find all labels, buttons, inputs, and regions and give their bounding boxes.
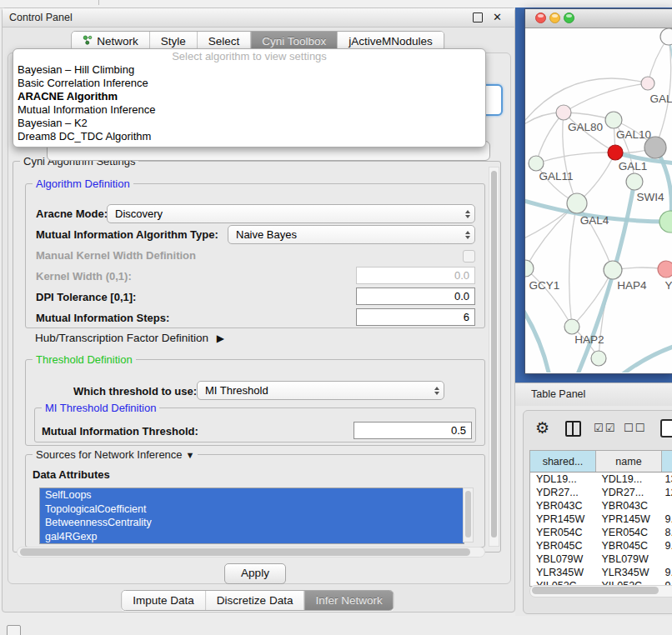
mi-algorithm-type-select[interactable]: Naive Bayes xyxy=(228,225,475,244)
table-row[interactable]: YBR045CYBR045C9. xyxy=(530,539,672,552)
dpi-tolerance-field[interactable]: 0.0 xyxy=(356,288,475,305)
table-cell: 9. xyxy=(662,512,672,526)
minimize-traffic-light-icon[interactable] xyxy=(549,12,560,23)
control-panel-titlebar[interactable]: Control Panel ✕ xyxy=(3,8,514,28)
sources-group-title[interactable]: Sources for Network Inference▼ xyxy=(33,448,198,462)
table-cell: YBR043C xyxy=(596,499,662,512)
algorithm-option-dream8-dc-tdc-algorithm[interactable]: Dream8 DC_TDC Algorithm xyxy=(13,130,485,143)
table-panel-titlebar[interactable]: Table Panel xyxy=(515,382,672,407)
network-node-SWI4b[interactable] xyxy=(659,211,672,232)
network-node-gal10[interactable] xyxy=(605,112,622,128)
network-node-gal[interactable] xyxy=(641,77,654,90)
attribute-item-betweennesscentrality[interactable]: BetweennessCentrality xyxy=(40,516,464,530)
table-cell: YDR27... xyxy=(530,486,596,499)
which-threshold-select[interactable]: MI Threshold xyxy=(197,381,444,400)
select-all-columns-icon[interactable]: ☑☑ xyxy=(594,422,616,434)
node-label-gcy1: GCY1 xyxy=(529,279,560,292)
data-attributes-list[interactable]: SelfLoopsTopologicalCoefficientBetweenne… xyxy=(39,488,464,544)
settings-horizontal-scrollbar[interactable] xyxy=(17,547,485,558)
bottom-tab-impute-data[interactable]: Impute Data xyxy=(122,591,206,610)
algorithm-option-bayesian-hill-climbing[interactable]: Bayesian – Hill Climbing xyxy=(13,63,485,77)
zoom-traffic-light-icon[interactable] xyxy=(564,12,574,23)
network-node-gal4[interactable] xyxy=(567,193,587,213)
table-cell: YLR345W xyxy=(530,566,596,579)
algorithm-option-bayesian-k2[interactable]: Bayesian – K2 xyxy=(13,117,485,130)
expanded-arrow-icon: ▼ xyxy=(186,450,195,460)
column-header-shared-[interactable]: shared... xyxy=(530,451,596,472)
network-window[interactable]: GALGAL80GAL10GAL1GAL11SWI4GAL4GCY1HAP4YH… xyxy=(524,8,672,374)
sources-group: Sources for Network Inference▼ Data Attr… xyxy=(25,454,485,548)
settings-vertical-scrollbar[interactable] xyxy=(489,167,499,547)
kernel-width-field[interactable]: 0.0 xyxy=(356,267,475,284)
network-node-hap4[interactable] xyxy=(604,261,622,279)
algorithm-option-aracne-algorithm[interactable]: ARACNE Algorithm xyxy=(13,90,485,103)
mi-threshold-group-title: MI Threshold Definition xyxy=(42,402,159,414)
table-cell: YBR043C xyxy=(530,499,596,512)
columns-icon[interactable] xyxy=(565,421,581,437)
table-cell: YPR145W xyxy=(530,512,596,526)
network-window-titlebar[interactable] xyxy=(525,9,672,28)
close-traffic-light-icon[interactable] xyxy=(535,12,546,23)
scrollbar-thumb[interactable] xyxy=(465,491,471,538)
aracne-mode-select[interactable]: Discovery xyxy=(107,204,475,223)
table-cell: YBR045C xyxy=(530,539,596,552)
network-edge xyxy=(564,83,648,112)
network-node-gal80[interactable] xyxy=(556,105,571,120)
table-cell: 9. xyxy=(662,566,672,579)
mi-steps-field[interactable]: 6 xyxy=(356,308,475,326)
column-header-name[interactable]: name xyxy=(596,451,662,472)
table-row[interactable]: YER054CYER054C8. xyxy=(530,526,672,539)
scrollbar-thumb[interactable] xyxy=(20,548,470,556)
close-panel-icon[interactable]: ✕ xyxy=(493,11,502,24)
algorithm-option-basic-correlation-inference[interactable]: Basic Correlation Inference xyxy=(13,77,485,90)
attribute-item-gal4rgexp[interactable]: gal4RGexp xyxy=(40,530,464,544)
float-window-icon[interactable] xyxy=(473,12,483,22)
apply-button[interactable]: Apply xyxy=(224,563,286,584)
mi-threshold-field[interactable]: 0.5 xyxy=(354,422,472,439)
algorithm-option-mutual-information-inference[interactable]: Mutual Information Inference xyxy=(13,103,485,117)
manual-kernel-checkbox[interactable] xyxy=(463,250,475,262)
table-row[interactable]: YDL19...YDL19...13 xyxy=(530,472,672,487)
deselect-all-columns-icon[interactable]: ☐☐ xyxy=(624,422,646,434)
bottom-tab-infer-network[interactable]: Infer Network xyxy=(304,591,393,610)
bottom-tab-discretize-data[interactable]: Discretize Data xyxy=(206,591,305,610)
network-node-y[interactable] xyxy=(658,261,672,278)
table-cell: YPR145W xyxy=(596,512,662,526)
node-table[interactable]: shared...nameA YDL19...YDL19...13YDR27..… xyxy=(529,450,672,587)
table-row[interactable]: YPR145WYPR145W9. xyxy=(530,512,672,526)
hub-definition-expander[interactable]: Hub/Transcription Factor Definition ▶ xyxy=(35,332,224,344)
manual-kernel-label: Manual Kernel Width Definition xyxy=(36,249,196,262)
network-node-swi4[interactable] xyxy=(626,173,643,190)
kernel-width-label: Kernel Width (0,1): xyxy=(36,270,132,282)
table-horizontal-scrollbar[interactable] xyxy=(529,585,672,598)
attribute-item-selfloops[interactable]: SelfLoops xyxy=(40,488,464,502)
attributes-scrollbar[interactable] xyxy=(463,488,474,542)
cyni-algorithm-settings-group: Cyni Algorithm Settings Algorithm Defini… xyxy=(13,161,501,552)
table-cell: 8. xyxy=(662,526,672,539)
network-node-ntop[interactable] xyxy=(660,28,672,45)
table-row[interactable]: YLR345WYLR345W9. xyxy=(530,566,672,579)
algorithm-dropdown-hint: Select algorithm to view settings xyxy=(13,49,485,63)
table-row[interactable]: YBR043CYBR043C xyxy=(530,499,672,512)
function-builder-icon[interactable] xyxy=(660,419,672,438)
dpi-tolerance-label: DPI Tolerance [0,1]: xyxy=(36,291,136,303)
network-node-hap2[interactable] xyxy=(564,319,579,334)
bottom-tabs: Impute DataDiscretize DataInfer Network xyxy=(121,590,394,611)
network-node-nbot[interactable] xyxy=(591,351,606,366)
column-header-a[interactable]: A xyxy=(662,451,672,472)
tab-label: Discretize Data xyxy=(217,594,293,607)
table-row[interactable]: YDR27...YDR27...12 xyxy=(530,486,672,499)
node-label-hap4: HAP4 xyxy=(617,279,647,292)
network-edge xyxy=(536,112,564,163)
table-row[interactable]: YBL079WYBL079W xyxy=(530,552,672,566)
scrollbar-thumb[interactable] xyxy=(491,171,497,538)
tab-label: Network xyxy=(97,35,138,48)
gear-icon[interactable]: ⚙ xyxy=(535,418,549,438)
network-canvas[interactable]: GALGAL80GAL10GAL1GAL11SWI4GAL4GCY1HAP4YH… xyxy=(525,28,672,372)
scrollbar-thumb[interactable] xyxy=(532,587,659,594)
hide-panel-icon[interactable] xyxy=(7,625,21,635)
network-node-gal1[interactable] xyxy=(608,145,623,160)
table-cell xyxy=(662,552,672,566)
network-node-gal11[interactable] xyxy=(529,156,544,171)
attribute-item-topologicalcoefficient[interactable]: TopologicalCoefficient xyxy=(40,502,464,517)
